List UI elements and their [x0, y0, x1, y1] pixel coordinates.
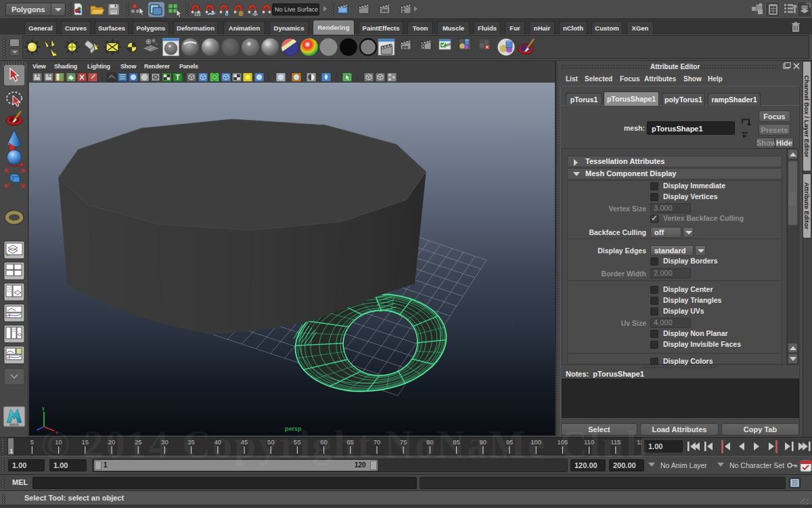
svg-text:y: y — [42, 405, 45, 411]
svg-text:T: T — [175, 74, 179, 81]
svg-text:5: 5 — [30, 438, 34, 446]
svg-text:IPR: IPR — [382, 9, 388, 13]
svg-text:MAYA: MAYA — [9, 423, 19, 427]
svg-text:1: 1 — [9, 447, 13, 454]
svg-text:IPR: IPR — [402, 45, 408, 49]
